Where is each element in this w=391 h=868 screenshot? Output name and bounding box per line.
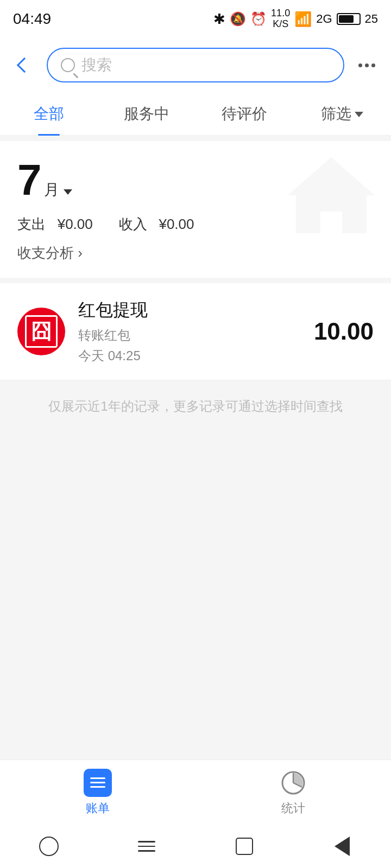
ledger-label: 账单	[86, 800, 110, 816]
transaction-subtitle: 转账红包	[78, 327, 301, 344]
back-arrow-icon	[17, 58, 32, 73]
tab-bar: 全部 服务中 待评价 筛选	[0, 92, 391, 136]
back-triangle-icon	[335, 837, 350, 856]
tab-in-service[interactable]: 服务中	[98, 92, 195, 136]
month-number: 7	[17, 158, 42, 202]
notice-text: 仅展示近1年的记录，更多记录可通过选择时间查找	[0, 380, 391, 432]
expense-label: 支出	[17, 216, 46, 232]
menu-button[interactable]	[130, 830, 163, 863]
more-dot-3	[371, 63, 375, 67]
income-amount: ¥0.00	[159, 216, 194, 232]
hongbao-symbol: 囧	[31, 318, 52, 346]
income-stat: 收入 ¥0.00	[119, 215, 194, 234]
transaction-info: 红包提现 转账红包 今天 04:25	[78, 298, 301, 365]
square-icon	[236, 838, 253, 855]
income-label: 收入	[119, 216, 147, 232]
status-bar: 04:49 ✱ 🔕 ⏰ 11.0K/S 📶 2G 25	[0, 0, 391, 38]
tab-pending-review[interactable]: 待评价	[195, 92, 293, 136]
bottom-nav-ledger[interactable]: 账单	[0, 769, 195, 816]
bottom-nav: 账单 统计	[0, 760, 391, 825]
transaction-title: 红包提现	[78, 298, 301, 322]
transaction-section: 囧 红包提现 转账红包 今天 04:25 10.00	[0, 283, 391, 380]
filter-arrow-icon	[355, 112, 363, 117]
empty-area	[0, 432, 391, 758]
search-icon	[61, 58, 75, 72]
tab-filter[interactable]: 筛选	[293, 92, 391, 136]
recent-apps-button[interactable]	[228, 830, 261, 863]
battery-icon	[337, 13, 361, 25]
back-system-button[interactable]	[326, 830, 358, 863]
transaction-time: 今天 04:25	[78, 347, 301, 365]
expense-stat: 支出 ¥0.00	[17, 215, 93, 234]
month-dropdown-icon	[64, 189, 72, 195]
tab-all[interactable]: 全部	[0, 92, 98, 136]
status-icons: ✱ 🔕 ⏰ 11.0K/S 📶 2G 25	[213, 8, 378, 30]
expense-amount: ¥0.00	[58, 216, 93, 232]
bottom-nav-stats[interactable]: 统计	[195, 769, 391, 816]
transaction-amount: 10.00	[314, 318, 374, 345]
home-button[interactable]	[33, 830, 65, 863]
system-nav	[0, 825, 391, 868]
more-dot-1	[358, 63, 362, 67]
bluetooth-icon: ✱	[213, 11, 225, 28]
top-nav: 搜索	[0, 38, 391, 92]
silent-icon: 🔕	[230, 11, 246, 27]
house-bg-icon	[282, 152, 380, 242]
back-button[interactable]	[11, 52, 38, 79]
more-button[interactable]	[353, 52, 380, 79]
status-time: 04:49	[13, 10, 51, 28]
hongbao-icon-inner: 囧	[25, 315, 58, 348]
signal-label: 2G	[316, 12, 332, 26]
stats-icon	[279, 769, 307, 797]
more-dot-2	[365, 63, 369, 67]
transaction-icon: 囧	[17, 308, 65, 355]
battery-level: 25	[365, 12, 378, 26]
ledger-icon	[84, 769, 112, 797]
table-row[interactable]: 囧 红包提现 转账红包 今天 04:25 10.00	[0, 283, 391, 380]
wifi-icon: 📶	[294, 11, 312, 28]
search-box[interactable]: 搜索	[47, 48, 344, 82]
search-placeholder: 搜索	[81, 55, 112, 75]
stats-label: 统计	[281, 800, 305, 816]
menu-icon	[138, 841, 155, 852]
speed-label: 11.0K/S	[271, 8, 290, 30]
circle-icon	[39, 837, 59, 856]
month-analysis-link[interactable]: 收支分析 ›	[17, 244, 374, 263]
alarm-icon: ⏰	[250, 11, 267, 27]
month-section: 7 月 支出 ¥0.00 收入 ¥0.00 收支分析 ›	[0, 141, 391, 278]
month-label: 月	[44, 180, 59, 200]
